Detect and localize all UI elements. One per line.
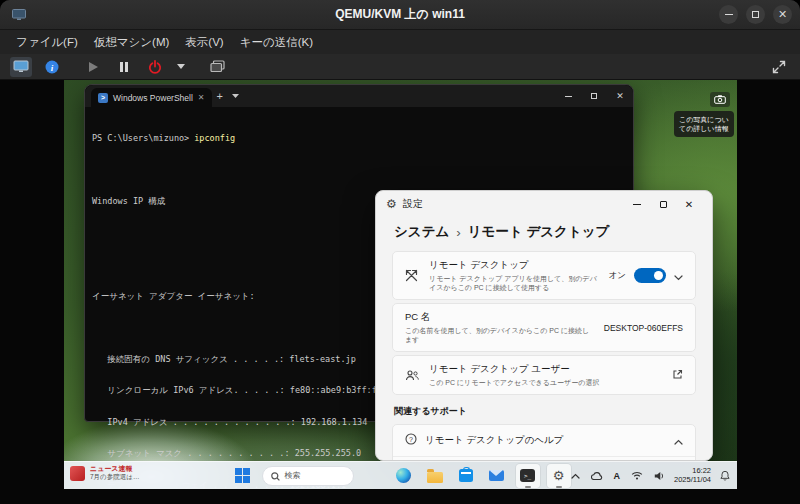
snapshots-button[interactable] [206,57,228,77]
windows-desktop[interactable]: この写真についての詳しい情報 > Windows PowerShell ✕ + [64,80,737,489]
remote-desktop-card[interactable]: リモート デスクトップ リモート デスクトップ アプリを使用して、別のデバイスか… [392,251,696,300]
mail-button[interactable] [485,464,509,488]
breadcrumb-separator: › [456,225,461,240]
new-tab-button[interactable]: + [212,85,228,107]
help-expander[interactable]: ? リモート デスクトップのヘルプ [393,425,695,456]
virt-manager-window: QEMU/KVM 上の win11 ✕ ファイル(F) 仮想マシン(M) 表示(… [0,0,800,504]
vmm-toolbar: i [0,54,800,80]
help-card: ? リモート デスクトップのヘルプ PC へのリモート接続 [392,424,696,461]
ime-indicator[interactable]: A [612,469,623,483]
edge-icon [396,468,411,483]
window-title: QEMU/KVM 上の win11 [335,6,465,23]
powershell-tab[interactable]: > Windows PowerShell ✕ [91,88,212,107]
search-icon [271,467,280,485]
tab-title: Windows PowerShell [113,93,193,103]
widgets-button[interactable]: ニュース速報 7月の参院選は… [70,465,139,481]
gear-icon: ⚙ [553,469,565,482]
shutdown-button[interactable] [144,57,166,77]
pc-name-description: この名前を使用して、別のデバイスからこの PC に接続します [405,326,596,344]
remote-desktop-users-card[interactable]: リモート デスクトップ ユーザー この PC にリモートでアクセスできるユーザー… [392,355,696,395]
volume-icon[interactable] [652,469,667,483]
users-icon [405,370,429,381]
help-title: リモート デスクトップのヘルプ [425,434,666,447]
remote-desktop-icon [405,269,429,282]
console-line: PS C:\Users\mizuno>ipconfig [92,133,626,144]
terminal-minimize-button[interactable] [555,85,581,107]
folder-icon [427,472,443,483]
breadcrumb: システム › リモート デスクトップ [392,219,696,251]
settings-window: ⚙ 設定 ✕ システム › リモート デスクトップ [375,190,713,461]
file-explorer-button[interactable] [423,464,447,488]
menu-virtual-machine[interactable]: 仮想マシン(M) [86,31,178,54]
start-button[interactable] [231,464,255,488]
settings-button[interactable]: ⚙ [547,464,571,488]
spotlight-camera-icon[interactable] [710,92,730,107]
users-description: この PC にリモートでアクセスできるユーザーの選択 [429,378,664,387]
pc-name-value: DESKTOP-060EFFS [604,323,683,333]
taskbar: ニュース速報 7月の参院選は… 検索 [64,461,737,489]
store-icon [459,469,473,482]
terminal-maximize-button[interactable] [581,85,607,107]
vm-window-icon [12,9,26,21]
remote-desktop-toggle[interactable] [634,268,666,283]
toggle-state-label: オン [609,270,626,282]
settings-close-button[interactable]: ✕ [676,194,702,214]
menu-send-key[interactable]: キーの送信(K) [232,31,321,54]
search-label: 検索 [285,470,301,481]
tab-close-icon[interactable]: ✕ [198,93,205,102]
settings-minimize-button[interactable] [624,194,650,214]
powershell-icon: > [98,93,108,103]
vmm-menubar: ファイル(F) 仮想マシン(M) 表示(V) キーの送信(K) [0,30,800,54]
pc-name-title: PC 名 [405,311,596,324]
terminal-button[interactable]: >_ [516,464,540,488]
shutdown-menu-chevron[interactable] [175,57,187,77]
notification-bell-icon[interactable] [718,468,732,483]
copilot-icon [365,468,380,483]
settings-gear-icon: ⚙ [386,198,397,210]
menu-view[interactable]: 表示(V) [177,31,231,54]
minimize-button[interactable] [719,5,738,24]
widget-subheadline: 7月の参院選は… [90,473,139,481]
wifi-icon[interactable] [629,469,645,482]
vm-display-letterbox: この写真についての詳しい情報 > Windows PowerShell ✕ + [0,80,800,504]
close-button[interactable]: ✕ [773,5,792,24]
run-button[interactable] [82,57,104,77]
page-title: リモート デスクトップ [468,223,610,241]
clock-date: 2025/11/04 [674,476,711,485]
fullscreen-button[interactable] [768,57,790,77]
taskbar-clock[interactable]: 16:22 2025/11/04 [674,467,711,484]
remote-desktop-description: リモート デスクトップ アプリを使用して、別のデバイスからこの PC に接続して… [429,274,601,292]
windows-logo-icon [235,468,251,484]
svg-text:?: ? [409,436,413,443]
widget-headline: ニュース速報 [90,465,139,473]
menu-file[interactable]: ファイル(F) [8,31,86,54]
settings-titlebar[interactable]: ⚙ 設定 ✕ [376,191,712,217]
maximize-button[interactable] [746,5,765,24]
search-box[interactable]: 検索 [262,466,354,486]
onedrive-icon[interactable] [589,470,605,482]
tray-chevron-up-icon[interactable] [569,471,582,481]
pc-name-card[interactable]: PC 名 この名前を使用して、別のデバイスからこの PC に接続します DESK… [392,303,696,352]
edge-button[interactable] [392,464,416,488]
copilot-button[interactable] [361,464,385,488]
settings-maximize-button[interactable] [650,194,676,214]
chevron-down-icon[interactable] [674,267,683,285]
terminal-close-button[interactable]: ✕ [607,85,633,107]
store-button[interactable] [454,464,478,488]
tab-dropdown-button[interactable] [228,85,243,107]
spotlight-tooltip: この写真についての詳しい情報 [674,111,734,137]
remote-desktop-title: リモート デスクトップ [429,259,601,272]
pause-button[interactable] [113,57,135,77]
external-link-icon[interactable] [672,366,683,384]
news-icon [70,466,85,481]
terminal-icon: >_ [520,469,535,482]
powershell-titlebar[interactable]: > Windows PowerShell ✕ + ✕ [85,85,633,107]
chevron-up-icon[interactable] [674,433,683,448]
show-console-button[interactable] [10,57,32,77]
settings-app-title: 設定 [403,197,423,211]
vmm-titlebar[interactable]: QEMU/KVM 上の win11 ✕ [0,0,800,30]
users-title: リモート デスクトップ ユーザー [429,363,664,376]
breadcrumb-system[interactable]: システム [394,223,449,241]
show-details-button[interactable]: i [41,57,63,77]
mail-icon [489,470,504,482]
